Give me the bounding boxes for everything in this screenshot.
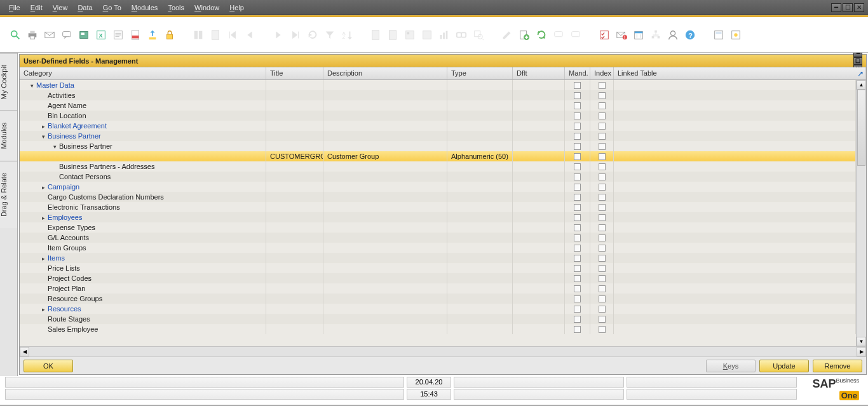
find-icon[interactable]	[192, 29, 205, 41]
mand-checkbox[interactable]	[574, 173, 581, 180]
mand-checkbox[interactable]	[574, 214, 581, 221]
index-checkbox[interactable]	[599, 306, 606, 313]
table-row[interactable]: Bin Location	[20, 111, 856, 121]
tree-arrow-icon[interactable]: ▾	[29, 83, 35, 89]
tree-arrow-icon[interactable]: ▾	[51, 144, 58, 150]
index-checkbox[interactable]	[599, 143, 606, 150]
first-icon[interactable]	[226, 29, 239, 41]
table-row[interactable]: G/L Accounts	[20, 233, 856, 243]
menu-window[interactable]: Window	[189, 4, 224, 11]
menu-goto[interactable]: Go To	[98, 4, 126, 11]
table-row[interactable]: Expense Types	[20, 222, 856, 233]
mand-checkbox[interactable]	[574, 102, 581, 109]
mand-checkbox[interactable]	[574, 275, 581, 282]
doc1-icon[interactable]	[369, 29, 382, 41]
mand-checkbox[interactable]	[574, 133, 581, 140]
help-icon[interactable]: ?	[684, 29, 696, 41]
index-checkbox[interactable]	[599, 214, 606, 221]
form-icon[interactable]	[712, 29, 725, 41]
index-checkbox[interactable]	[599, 245, 606, 252]
index-checkbox[interactable]	[599, 82, 606, 89]
keys-button[interactable]: Keys	[706, 360, 756, 372]
table-row[interactable]: ▾Master Data	[20, 80, 856, 90]
sms-icon[interactable]	[60, 29, 73, 41]
menu-help[interactable]: Help	[224, 4, 249, 11]
add-doc-icon[interactable]	[209, 29, 222, 41]
calendar-icon[interactable]	[632, 29, 645, 41]
table-row[interactable]: CUSTOMERGROUPCustomer GroupAlphanumeric …	[20, 151, 856, 161]
index-checkbox[interactable]	[599, 92, 606, 99]
edit-icon[interactable]	[501, 29, 513, 41]
table-row[interactable]: ▸Blanket Agreement	[20, 121, 856, 131]
index-checkbox[interactable]	[599, 234, 606, 241]
mand-checkbox[interactable]	[574, 194, 581, 201]
bubble1-icon[interactable]	[552, 29, 565, 41]
mand-checkbox[interactable]	[574, 265, 581, 272]
tree-arrow-icon[interactable]: ▸	[40, 123, 46, 130]
col-category[interactable]: Category	[20, 67, 266, 79]
fax-icon[interactable]	[78, 29, 90, 41]
mand-checkbox[interactable]	[574, 143, 581, 150]
expand-grid-icon[interactable]: ↗	[857, 69, 864, 78]
doc3-icon[interactable]	[403, 29, 416, 41]
menu-tools[interactable]: Tools	[163, 4, 189, 11]
user-icon[interactable]	[667, 29, 679, 41]
tree-arrow-icon[interactable]: ▸	[40, 306, 46, 313]
index-checkbox[interactable]	[599, 173, 606, 180]
reload-icon[interactable]	[306, 29, 319, 41]
tree-icon[interactable]	[649, 29, 662, 41]
index-checkbox[interactable]	[599, 285, 606, 292]
table-row[interactable]: Price Lists	[20, 263, 856, 273]
mand-checkbox[interactable]	[574, 255, 581, 262]
table-row[interactable]: Electronic Transactions	[20, 202, 856, 212]
scroll-down-icon[interactable]: ▼	[857, 337, 866, 346]
word-icon[interactable]	[112, 29, 125, 41]
table-row[interactable]: Agent Name	[20, 100, 856, 111]
table-row[interactable]: Sales Employee	[20, 324, 856, 334]
app-minimize-icon[interactable]: ━	[831, 3, 841, 12]
mand-checkbox[interactable]	[574, 82, 581, 89]
mand-checkbox[interactable]	[574, 123, 581, 130]
tree-arrow-icon[interactable]: ▸	[40, 215, 46, 221]
bubble2-icon[interactable]	[569, 29, 582, 41]
checklist-icon[interactable]	[598, 29, 611, 41]
index-checkbox[interactable]	[599, 295, 606, 302]
panel-titlebar[interactable]: User-Defined Fields - Management ━ ☐ ✕	[20, 55, 866, 67]
menu-data[interactable]: Data	[72, 4, 97, 11]
table-row[interactable]: Cargo Customs Declaration Numbers	[20, 192, 856, 202]
col-description[interactable]: Description	[323, 67, 447, 79]
col-index[interactable]: Index	[590, 67, 614, 79]
menu-edit[interactable]: Edit	[25, 4, 48, 11]
next-icon[interactable]	[272, 29, 285, 41]
table-row[interactable]: ▸Resources	[20, 304, 856, 314]
sort-icon[interactable]: AZ	[341, 29, 353, 41]
tab-modules[interactable]: Modules	[0, 111, 17, 161]
excel-icon[interactable]: X	[95, 29, 107, 41]
app-close-icon[interactable]: ✕	[854, 3, 864, 12]
table-row[interactable]: Item Groups	[20, 243, 856, 253]
doc2-icon[interactable]	[386, 29, 399, 41]
pdf-icon[interactable]	[129, 29, 142, 41]
alert-mail-icon[interactable]: !	[615, 29, 628, 41]
email-icon[interactable]	[43, 29, 56, 41]
table-row[interactable]: ▾Business Partner	[20, 131, 856, 141]
scroll-thumb[interactable]	[857, 90, 865, 166]
tab-drag-relate[interactable]: Drag & Relate	[0, 161, 17, 228]
ok-button[interactable]: OK	[24, 360, 73, 372]
query-icon[interactable]	[729, 29, 742, 41]
index-checkbox[interactable]	[599, 153, 606, 160]
vertical-scrollbar[interactable]: ▲ ▼	[856, 80, 866, 346]
index-checkbox[interactable]	[599, 265, 606, 272]
index-checkbox[interactable]	[599, 255, 606, 262]
mand-checkbox[interactable]	[574, 234, 581, 241]
launch-icon[interactable]	[146, 29, 159, 41]
index-checkbox[interactable]	[599, 326, 606, 333]
index-checkbox[interactable]	[599, 204, 606, 211]
scroll-up-icon[interactable]: ▲	[857, 80, 866, 90]
table-row[interactable]: ▸Employees	[20, 212, 856, 222]
panel-maximize-icon[interactable]: ☐	[853, 57, 862, 65]
table-row[interactable]: Resource Groups	[20, 294, 856, 304]
app-maximize-icon[interactable]: ☐	[843, 3, 853, 12]
print-icon[interactable]	[26, 29, 39, 41]
index-checkbox[interactable]	[599, 123, 606, 130]
